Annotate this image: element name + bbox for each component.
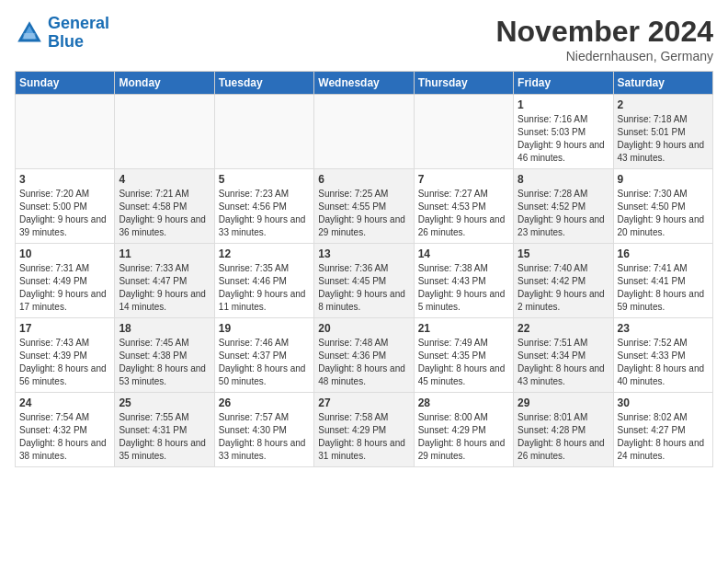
calendar-cell-day-28: 28Sunrise: 8:00 AM Sunset: 4:29 PM Dayli… (414, 393, 513, 467)
day-info: Sunrise: 7:54 AM Sunset: 4:32 PM Dayligh… (19, 411, 110, 463)
day-number: 21 (418, 322, 509, 335)
calendar-cell-day-27: 27Sunrise: 7:58 AM Sunset: 4:29 PM Dayli… (314, 393, 414, 467)
calendar-cell-day-2: 2Sunrise: 7:18 AM Sunset: 5:01 PM Daylig… (613, 95, 712, 169)
col-header-monday: Monday (115, 72, 214, 95)
calendar-week-5: 24Sunrise: 7:54 AM Sunset: 4:32 PM Dayli… (16, 393, 713, 467)
day-number: 24 (19, 396, 110, 409)
col-header-tuesday: Tuesday (214, 72, 313, 95)
calendar-cell-empty (115, 95, 214, 169)
calendar-cell-day-24: 24Sunrise: 7:54 AM Sunset: 4:32 PM Dayli… (16, 393, 115, 467)
calendar-cell-day-21: 21Sunrise: 7:49 AM Sunset: 4:35 PM Dayli… (414, 318, 513, 393)
day-number: 12 (219, 247, 310, 260)
calendar-cell-day-30: 30Sunrise: 8:02 AM Sunset: 4:27 PM Dayli… (613, 393, 712, 467)
logo-text: General Blue (48, 15, 109, 52)
day-info: Sunrise: 7:28 AM Sunset: 4:52 PM Dayligh… (518, 188, 609, 239)
calendar-cell-day-18: 18Sunrise: 7:45 AM Sunset: 4:38 PM Dayli… (115, 318, 214, 393)
day-info: Sunrise: 7:25 AM Sunset: 4:55 PM Dayligh… (318, 188, 409, 239)
calendar-cell-day-3: 3Sunrise: 7:20 AM Sunset: 5:00 PM Daylig… (16, 169, 115, 244)
logo: General Blue (15, 15, 109, 52)
day-info: Sunrise: 7:30 AM Sunset: 4:50 PM Dayligh… (618, 188, 709, 239)
day-number: 23 (618, 322, 709, 335)
page-header: General Blue November 2024 Niedernhausen… (15, 15, 713, 63)
day-number: 10 (19, 247, 110, 260)
day-number: 4 (119, 173, 210, 186)
col-header-thursday: Thursday (414, 72, 513, 95)
day-info: Sunrise: 7:16 AM Sunset: 5:03 PM Dayligh… (518, 113, 609, 165)
day-number: 9 (618, 173, 709, 186)
calendar-cell-day-19: 19Sunrise: 7:46 AM Sunset: 4:37 PM Dayli… (214, 318, 313, 393)
calendar-cell-day-16: 16Sunrise: 7:41 AM Sunset: 4:41 PM Dayli… (613, 244, 712, 318)
calendar-cell-empty (314, 95, 414, 169)
day-number: 2 (618, 98, 709, 111)
location: Niedernhausen, Germany (495, 49, 713, 63)
calendar-cell-day-14: 14Sunrise: 7:38 AM Sunset: 4:43 PM Dayli… (414, 244, 513, 318)
col-header-saturday: Saturday (613, 72, 712, 95)
day-info: Sunrise: 7:52 AM Sunset: 4:33 PM Dayligh… (618, 337, 709, 388)
calendar-week-3: 10Sunrise: 7:31 AM Sunset: 4:49 PM Dayli… (16, 244, 713, 318)
day-info: Sunrise: 7:36 AM Sunset: 4:45 PM Dayligh… (318, 262, 409, 314)
calendar-cell-day-13: 13Sunrise: 7:36 AM Sunset: 4:45 PM Dayli… (314, 244, 414, 318)
day-info: Sunrise: 7:23 AM Sunset: 4:56 PM Dayligh… (219, 188, 310, 239)
calendar-cell-day-23: 23Sunrise: 7:52 AM Sunset: 4:33 PM Dayli… (613, 318, 712, 393)
day-number: 18 (119, 322, 210, 335)
col-header-sunday: Sunday (16, 72, 115, 95)
day-info: Sunrise: 8:02 AM Sunset: 4:27 PM Dayligh… (618, 411, 709, 463)
calendar-week-4: 17Sunrise: 7:43 AM Sunset: 4:39 PM Dayli… (16, 318, 713, 393)
calendar-cell-day-25: 25Sunrise: 7:55 AM Sunset: 4:31 PM Dayli… (115, 393, 214, 467)
day-number: 28 (418, 396, 509, 409)
day-number: 17 (19, 322, 110, 335)
calendar-cell-day-10: 10Sunrise: 7:31 AM Sunset: 4:49 PM Dayli… (16, 244, 115, 318)
day-number: 6 (318, 173, 409, 186)
day-info: Sunrise: 7:18 AM Sunset: 5:01 PM Dayligh… (618, 113, 709, 165)
day-info: Sunrise: 7:51 AM Sunset: 4:34 PM Dayligh… (518, 337, 609, 388)
calendar-cell-day-4: 4Sunrise: 7:21 AM Sunset: 4:58 PM Daylig… (115, 169, 214, 244)
day-number: 15 (518, 247, 609, 260)
day-number: 27 (318, 396, 409, 409)
day-info: Sunrise: 7:21 AM Sunset: 4:58 PM Dayligh… (119, 188, 210, 239)
col-header-wednesday: Wednesday (314, 72, 414, 95)
calendar-cell-day-22: 22Sunrise: 7:51 AM Sunset: 4:34 PM Dayli… (514, 318, 613, 393)
day-info: Sunrise: 7:31 AM Sunset: 4:49 PM Dayligh… (19, 262, 110, 314)
day-number: 22 (518, 322, 609, 335)
day-info: Sunrise: 7:55 AM Sunset: 4:31 PM Dayligh… (119, 411, 210, 463)
col-header-friday: Friday (514, 72, 613, 95)
day-number: 30 (618, 396, 709, 409)
calendar-cell-day-7: 7Sunrise: 7:27 AM Sunset: 4:53 PM Daylig… (414, 169, 513, 244)
day-info: Sunrise: 7:45 AM Sunset: 4:38 PM Dayligh… (119, 337, 210, 388)
day-number: 3 (19, 173, 110, 186)
calendar-cell-empty (214, 95, 313, 169)
calendar-table: SundayMondayTuesdayWednesdayThursdayFrid… (15, 71, 713, 467)
day-number: 13 (318, 247, 409, 260)
day-info: Sunrise: 7:40 AM Sunset: 4:42 PM Dayligh… (518, 262, 609, 314)
calendar-cell-empty (16, 95, 115, 169)
day-number: 25 (119, 396, 210, 409)
day-info: Sunrise: 7:38 AM Sunset: 4:43 PM Dayligh… (418, 262, 509, 314)
day-info: Sunrise: 7:33 AM Sunset: 4:47 PM Dayligh… (119, 262, 210, 314)
calendar-cell-day-17: 17Sunrise: 7:43 AM Sunset: 4:39 PM Dayli… (16, 318, 115, 393)
day-info: Sunrise: 7:20 AM Sunset: 5:00 PM Dayligh… (19, 188, 110, 239)
calendar-cell-day-9: 9Sunrise: 7:30 AM Sunset: 4:50 PM Daylig… (613, 169, 712, 244)
day-number: 1 (518, 98, 609, 111)
calendar-header-row: SundayMondayTuesdayWednesdayThursdayFrid… (16, 72, 713, 95)
calendar-cell-day-29: 29Sunrise: 8:01 AM Sunset: 4:28 PM Dayli… (514, 393, 613, 467)
title-block: November 2024 Niedernhausen, Germany (495, 15, 713, 63)
calendar-cell-day-20: 20Sunrise: 7:48 AM Sunset: 4:36 PM Dayli… (314, 318, 414, 393)
day-number: 29 (518, 396, 609, 409)
day-number: 14 (418, 247, 509, 260)
calendar-cell-day-5: 5Sunrise: 7:23 AM Sunset: 4:56 PM Daylig… (214, 169, 313, 244)
day-number: 20 (318, 322, 409, 335)
day-info: Sunrise: 7:35 AM Sunset: 4:46 PM Dayligh… (219, 262, 310, 314)
day-info: Sunrise: 7:43 AM Sunset: 4:39 PM Dayligh… (19, 337, 110, 388)
day-info: Sunrise: 7:41 AM Sunset: 4:41 PM Dayligh… (618, 262, 709, 314)
svg-rect-2 (24, 33, 36, 39)
day-info: Sunrise: 7:48 AM Sunset: 4:36 PM Dayligh… (318, 337, 409, 388)
day-number: 19 (219, 322, 310, 335)
day-number: 8 (518, 173, 609, 186)
calendar-week-2: 3Sunrise: 7:20 AM Sunset: 5:00 PM Daylig… (16, 169, 713, 244)
calendar-cell-day-11: 11Sunrise: 7:33 AM Sunset: 4:47 PM Dayli… (115, 244, 214, 318)
day-number: 11 (119, 247, 210, 260)
day-number: 26 (219, 396, 310, 409)
day-info: Sunrise: 7:58 AM Sunset: 4:29 PM Dayligh… (318, 411, 409, 463)
day-info: Sunrise: 7:57 AM Sunset: 4:30 PM Dayligh… (219, 411, 310, 463)
day-info: Sunrise: 7:49 AM Sunset: 4:35 PM Dayligh… (418, 337, 509, 388)
